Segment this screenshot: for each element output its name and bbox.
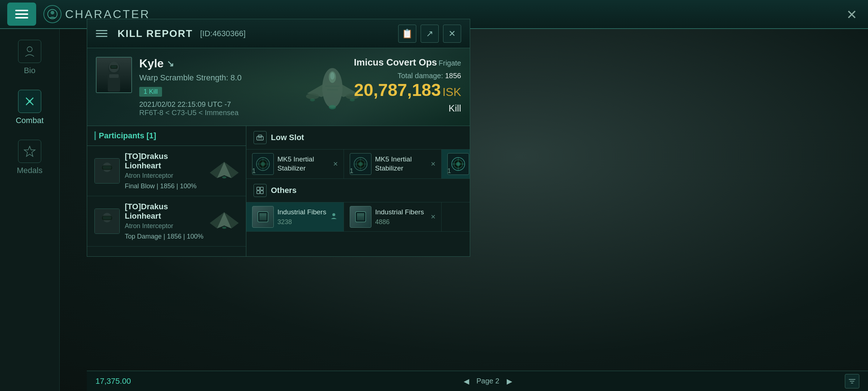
total-damage-row: Total damage: 1856	[354, 72, 461, 80]
dialog-title: KILL REPORT	[118, 28, 193, 39]
participant-2-info: [TO]Drakus Lionheart Atron Interceptor T…	[125, 202, 205, 240]
dialog-actions: 📋 ↗ ✕	[398, 25, 461, 43]
fiber-2-action[interactable]: ×	[431, 212, 435, 222]
participant-2-stats: Top Damage | 1856 | 100%	[125, 233, 205, 240]
others-section: Others	[246, 179, 470, 232]
bio-label: Bio	[24, 66, 35, 75]
kill-badge: 1 Kill	[139, 87, 162, 97]
item-2-qty: 1	[350, 167, 353, 175]
svg-point-22	[330, 72, 335, 80]
low-slot-title: Low Slot	[271, 133, 304, 142]
isk-row: 20,787,183 ISK	[354, 80, 461, 100]
bottom-bar: 17,375.00 ◀ Page 2 ▶	[87, 371, 868, 391]
medals-icon	[18, 140, 41, 163]
ship-name: Imicus Covert Ops Frigate	[354, 57, 461, 68]
fiber-2-name: Industrial Fibers	[375, 208, 424, 217]
next-page-button[interactable]: ▶	[507, 377, 512, 386]
kill-header: Kyle ↘ Warp Scramble Strength: 8.0 1 Kil…	[87, 48, 470, 126]
svg-rect-64	[260, 187, 263, 190]
svg-rect-63	[257, 187, 260, 190]
sidebar: Bio Combat Medals	[0, 29, 60, 391]
participant-1-stats: Final Blow | 1856 | 100%	[125, 182, 205, 190]
svg-point-73	[332, 213, 335, 216]
item-3-qty: 1	[447, 167, 451, 175]
others-header: Others	[246, 179, 470, 202]
svg-marker-6	[24, 146, 35, 156]
fiber-1-action[interactable]	[330, 212, 338, 222]
low-slot-item-1[interactable]: 1 MK5 Inertial Stabilizer ×	[246, 150, 344, 178]
header-bar-accent	[94, 131, 96, 140]
svg-rect-38	[101, 222, 113, 234]
participant-1-avatar	[94, 158, 120, 184]
svg-point-2	[27, 47, 32, 52]
others-icon	[254, 184, 267, 197]
others-item-2[interactable]: Industrial Fibers 4886 ×	[344, 202, 442, 231]
low-slot-header: Low Slot	[246, 126, 470, 150]
participant-row-2[interactable]: [TO]Drakus Lionheart Atron Interceptor T…	[87, 196, 246, 247]
sidebar-item-medals[interactable]: Medals	[17, 140, 43, 175]
low-slot-item-2[interactable]: 1 MK5 Inertial Stabilizer ×	[344, 150, 442, 178]
kill-report-dialog: KILL REPORT [ID:4630366] 📋 ↗ ✕	[87, 19, 470, 257]
kill-type-label: Kill	[354, 103, 461, 114]
participant-1-info: [TO]Drakus Lionheart Atron Interceptor F…	[125, 152, 205, 190]
svg-point-18	[329, 105, 336, 109]
bio-icon	[18, 40, 41, 63]
participant-2-ship-img	[210, 210, 239, 232]
others-items: Industrial Fibers 3238	[246, 202, 470, 231]
low-slot-icon	[254, 131, 267, 144]
item-2-name: MK5 Inertial Stabilizer	[375, 155, 427, 173]
svg-rect-44	[258, 135, 262, 137]
item-1-action[interactable]: ×	[333, 159, 338, 169]
fiber-2-qty: 4886	[375, 218, 424, 226]
participant-1-ship-img	[210, 160, 239, 182]
participant-2-avatar	[94, 209, 120, 234]
sidebar-item-combat[interactable]: Combat	[16, 90, 43, 125]
copy-button[interactable]: 📋	[398, 25, 416, 43]
svg-point-19	[310, 98, 315, 101]
dialog-id: [ID:4630366]	[200, 29, 246, 38]
medals-label: Medals	[17, 166, 43, 175]
item-2-action[interactable]: ×	[431, 159, 435, 169]
svg-rect-28	[103, 166, 111, 169]
svg-point-1	[51, 11, 54, 14]
participant-2-ship: Atron Interceptor	[125, 222, 205, 230]
equipment-panel: Low Slot	[246, 126, 470, 256]
menu-button[interactable]	[7, 3, 36, 26]
fiber-icon-1	[252, 206, 274, 228]
participant-row-1[interactable]: [TO]Drakus Lionheart Atron Interceptor F…	[87, 146, 246, 196]
filter-button[interactable]	[845, 374, 859, 388]
kill-info-right: Imicus Covert Ops Frigate Total damage: …	[354, 57, 461, 114]
pilot-arrow: ↘	[167, 59, 174, 69]
dialog-title-bar: KILL REPORT [ID:4630366] 📋 ↗ ✕	[87, 19, 470, 48]
item-1-qty: 1	[252, 167, 256, 175]
item-1-name: MK5 Inertial Stabilizer	[277, 155, 329, 173]
export-button[interactable]: ↗	[421, 25, 439, 43]
svg-rect-29	[101, 172, 113, 183]
svg-point-16	[306, 93, 319, 99]
combat-label: Combat	[16, 116, 43, 125]
svg-point-5	[28, 100, 31, 103]
prev-page-button[interactable]: ◀	[464, 377, 469, 386]
svg-point-42	[222, 227, 226, 229]
combat-icon	[18, 90, 41, 113]
pilot-avatar	[96, 57, 132, 93]
others-item-1[interactable]: Industrial Fibers 3238	[246, 202, 344, 231]
sidebar-item-bio[interactable]: Bio	[18, 40, 41, 75]
fiber-1-name: Industrial Fibers	[277, 208, 326, 217]
content-area: Participants [1] [TO]Drakus Lionheart At…	[87, 126, 470, 256]
close-main-button[interactable]: ✕	[843, 6, 861, 24]
participants-panel: Participants [1] [TO]Drakus Lionheart At…	[87, 126, 246, 256]
svg-rect-10	[111, 66, 117, 68]
svg-rect-66	[260, 191, 263, 194]
others-title: Others	[271, 186, 297, 195]
dialog-menu-button[interactable]	[96, 26, 110, 41]
hamburger-icon	[15, 10, 28, 18]
fiber-1-qty: 3238	[277, 218, 326, 226]
low-slot-items: 1 MK5 Inertial Stabilizer ×	[246, 150, 470, 178]
bottom-amount: 17,375.00	[95, 377, 131, 386]
low-slot-section: Low Slot	[246, 126, 470, 179]
svg-point-33	[222, 176, 226, 178]
dialog-close-button[interactable]: ✕	[443, 25, 461, 43]
character-icon	[43, 5, 61, 23]
low-slot-item-3[interactable]: 1 MK5 Inertial Stabilizer	[442, 150, 470, 178]
